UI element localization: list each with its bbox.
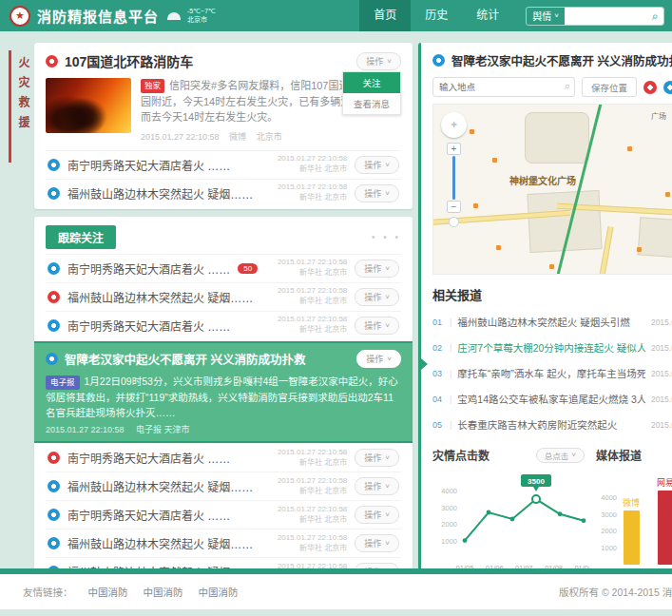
related-item[interactable]: 02|庄河7个草莓大棚20分钟内接连起火 疑似人为2015.01. bbox=[432, 335, 672, 360]
nav-stats[interactable]: 统计 bbox=[462, 0, 513, 31]
item-source: 新华社 北京市 bbox=[278, 515, 347, 526]
item-time: 2015.01.27 22:10:58 bbox=[278, 286, 347, 297]
item-source: 新华社 北京市 bbox=[278, 193, 347, 203]
separator: | bbox=[450, 369, 451, 378]
chevron-down-icon: ˅ bbox=[385, 539, 390, 548]
item-time: 2015.01.27 22:10:58 bbox=[278, 533, 347, 544]
bar bbox=[658, 491, 672, 565]
friend-link[interactable]: 中国消防 bbox=[88, 585, 128, 599]
highlight-time: 2015.01.27 22:10:58 bbox=[46, 425, 125, 434]
featured-header: 107国道北环路消防车 操作˅ 关注查看消息 bbox=[46, 51, 401, 70]
search-category-dropdown[interactable]: 舆情 ˅ bbox=[527, 9, 565, 23]
clicks-chart-box: 灾情点击数 总点击˅ 1000200030004000350001/0501/0… bbox=[432, 447, 585, 578]
map-poi-label: 广场 bbox=[651, 110, 666, 121]
related-item[interactable]: 03|摩托车“亲吻”洒水车 起火，摩托车主当场死亡2015.01. bbox=[432, 360, 672, 386]
action-button[interactable]: 操作˅ bbox=[355, 317, 399, 335]
highlight-title: 智障老汉家中起火不愿离开 兴义消防成功扑救 bbox=[65, 350, 305, 368]
related-item[interactable]: 04|宝鸡14路公交车被私家车追尾起火燃烧 3人受伤2015.01. bbox=[432, 386, 672, 412]
red-marker-toggle[interactable] bbox=[643, 81, 657, 94]
rel-date: 2015.01. bbox=[651, 343, 672, 353]
featured-title: 107国道北环路消防车 bbox=[65, 51, 193, 70]
source-icon bbox=[48, 187, 60, 200]
map-building bbox=[525, 112, 589, 164]
list-item[interactable]: 南宁明秀路天妃大酒店着火 …… 50 2015.01.27 22:10:58 新… bbox=[46, 254, 401, 282]
fire-scene-photo[interactable] bbox=[46, 78, 131, 133]
action-button[interactable]: 操作˅ bbox=[355, 506, 399, 524]
highlighted-item[interactable]: 智障老汉家中起火不愿离开 兴义消防成功扑救 操作˅ 电子报1月22日09时53分… bbox=[34, 341, 413, 444]
action-button[interactable]: 操作˅ bbox=[355, 156, 399, 174]
incident-map[interactable]: 神树堡文化广场 广场 ✛ + − bbox=[432, 104, 672, 275]
tracking-header: 跟踪关注 • • • bbox=[34, 217, 413, 254]
item-title: 福州鼓山路边林木突然起火 疑烟…… bbox=[67, 185, 253, 202]
list-item[interactable]: 南宁明秀路天妃大酒店着火 …… 2015.01.27 22:10:58 新华社 … bbox=[46, 500, 401, 529]
detail-panel: 智障老汉家中起火不愿离开 兴义消防成功扑救 ⌕ 保存位置 神树堡文化 bbox=[418, 43, 672, 587]
source-icon bbox=[48, 291, 60, 303]
source-icon bbox=[48, 480, 60, 492]
map-poi-icon bbox=[627, 146, 632, 151]
clicks-filter-dropdown[interactable]: 总点击˅ bbox=[536, 448, 585, 463]
related-heading: 相关报道 bbox=[432, 285, 672, 303]
zoom-slider[interactable] bbox=[452, 156, 455, 200]
nav-home[interactable]: 首页 bbox=[359, 0, 411, 31]
save-location-button[interactable]: 保存位置 bbox=[582, 77, 637, 97]
category-rail-fire-rescue[interactable]: 火灾救援 bbox=[8, 43, 29, 233]
featured-action-button[interactable]: 操作˅ bbox=[356, 52, 401, 70]
search-icon[interactable]: ⌕ bbox=[565, 80, 570, 92]
item-title: 南宁明秀路天妃大酒店着火 …… bbox=[67, 450, 230, 466]
epaper-tag: 电子报 bbox=[46, 375, 80, 390]
map-locate-button[interactable] bbox=[449, 217, 459, 227]
zoom-in-button[interactable]: + bbox=[447, 143, 461, 155]
chevron-down-icon: ˅ bbox=[385, 321, 390, 330]
list-item[interactable]: 南宁明秀路天妃大酒店着火 …… 2015.01.27 22:10:58 新华社 … bbox=[46, 311, 401, 339]
svg-text:1000: 1000 bbox=[441, 537, 457, 546]
location-search-input[interactable] bbox=[432, 77, 575, 97]
item-title: 福州鼓山路边林木突然起火 疑烟…… bbox=[67, 535, 253, 551]
highlight-source: 电子报 天津市 bbox=[136, 425, 190, 434]
map-pan-control[interactable]: ✛ bbox=[441, 112, 467, 138]
media-chart-title: 媒体报道 bbox=[596, 447, 642, 463]
item-title: 南宁明秀路天妃大酒店着火 …… bbox=[67, 157, 230, 173]
item-time: 2015.01.27 22:10:58 bbox=[278, 258, 347, 268]
search-input[interactable] bbox=[565, 8, 646, 25]
action-menu-item[interactable]: 查看消息 bbox=[343, 93, 400, 114]
item-time: 2015.01.27 22:10:58 bbox=[278, 315, 347, 325]
friend-link[interactable]: 中国消防 bbox=[144, 585, 183, 599]
action-button[interactable]: 操作˅ bbox=[355, 260, 399, 278]
related-item[interactable]: 05|长春重庆路吉林大药房附近突然起火2015.01. bbox=[432, 412, 672, 437]
blue-marker-toggle[interactable] bbox=[663, 81, 672, 94]
list-item[interactable]: 福州鼓山路边林木突然起火 疑烟…… 2015.01.27 22:10:58 新华… bbox=[46, 179, 401, 207]
highlight-meta: 2015.01.27 22:10:58 电子报 天津市 bbox=[46, 423, 401, 435]
friend-links-label: 友情链接： bbox=[23, 585, 73, 599]
rel-title: 宝鸡14路公交车被私家车追尾起火燃烧 3人受伤 bbox=[457, 392, 645, 406]
weather-icon bbox=[167, 12, 181, 20]
svg-text:3000: 3000 bbox=[441, 504, 457, 512]
related-item[interactable]: 01|福州鼓山路边林木突然起火 疑烟头引燃2015.01. bbox=[432, 309, 672, 335]
action-button[interactable]: 操作˅ bbox=[355, 534, 399, 552]
nav-history[interactable]: 历史 bbox=[411, 0, 462, 31]
action-menu-item[interactable]: 关注 bbox=[343, 72, 400, 93]
action-button[interactable]: 操作˅ bbox=[355, 449, 399, 467]
list-item[interactable]: 福州鼓山路边林木突然起火 疑烟…… 2015.01.27 22:10:58 新华… bbox=[46, 282, 401, 311]
highlight-action-button[interactable]: 操作˅ bbox=[356, 350, 401, 368]
list-item[interactable]: 南宁明秀路天妃大酒店着火 …… 2015.01.27 22:10:58 新华社 … bbox=[46, 443, 401, 472]
zoom-out-button[interactable]: − bbox=[447, 201, 461, 213]
header-search: 舆情 ˅ ⌕ bbox=[526, 7, 664, 26]
action-button[interactable]: 操作˅ bbox=[355, 184, 399, 202]
rel-no: 01 bbox=[432, 318, 444, 327]
separator: | bbox=[450, 318, 451, 327]
action-button[interactable]: 操作˅ bbox=[355, 477, 399, 495]
fire-rescue-card: 107国道北环路消防车 操作˅ 关注查看消息 独家信阳突发#多名网友爆料，信阳1… bbox=[34, 43, 413, 209]
featured-action-menu: 关注查看消息 bbox=[342, 71, 401, 115]
item-time: 2015.01.27 22:10:58 bbox=[278, 154, 347, 164]
item-source: 新华社 北京市 bbox=[278, 487, 347, 497]
list-item[interactable]: 福州鼓山路边林木突然起火 疑烟…… 2015.01.27 22:10:58 新华… bbox=[46, 472, 401, 500]
list-item[interactable]: 南宁明秀路天妃大酒店着火 …… 2015.01.27 22:10:58 新华社 … bbox=[46, 150, 401, 179]
friend-link[interactable]: 中国消防 bbox=[199, 585, 239, 599]
more-icon[interactable]: • • • bbox=[372, 232, 401, 242]
action-button[interactable]: 操作˅ bbox=[355, 288, 399, 306]
list-item[interactable]: 福州鼓山路边林木突然起火 疑烟…… 2015.01.27 22:10:58 新华… bbox=[46, 529, 401, 557]
rel-title: 长春重庆路吉林大药房附近突然起火 bbox=[457, 417, 645, 432]
chevron-down-icon: ˅ bbox=[385, 453, 390, 462]
axis-tick: 1000 bbox=[601, 544, 617, 552]
search-icon[interactable]: ⌕ bbox=[646, 8, 663, 25]
